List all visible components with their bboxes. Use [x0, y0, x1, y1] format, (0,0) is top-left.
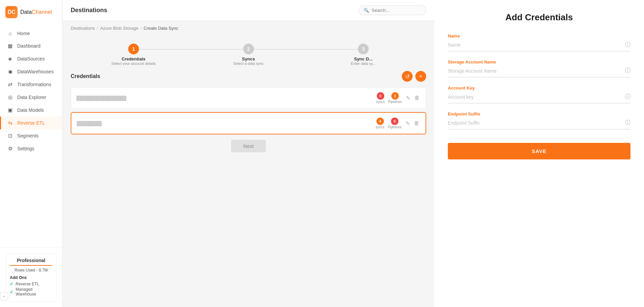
reverse-etl-icon: ⇆ — [7, 120, 13, 126]
sidebar-item-label: Data Models — [17, 107, 44, 113]
addon-item-reverse-etl: ✔ Reverse ETL — [10, 281, 52, 286]
syncs-badge-group: 0 syncs — [376, 92, 385, 104]
field-label-name: Name — [448, 33, 630, 39]
sidebar-item-label: Home — [17, 31, 30, 36]
search-box[interactable]: 🔍 — [359, 5, 426, 15]
sidebar-item-transformations[interactable]: ⇄ Transformations — [0, 78, 62, 91]
transformations-icon: ⇄ — [7, 81, 13, 87]
sidebar-bottom: Professional Rows Used - 8.7M Add Ons ✔ … — [0, 248, 62, 307]
delete-credential-button[interactable]: 🗑 — [414, 94, 420, 102]
pipelines-badge-group: 0 Pipelines — [388, 118, 401, 129]
syncs-count-badge: 4 — [376, 118, 384, 125]
credentials-area: Credentials ↺ + ████████████████ 0 syncs… — [63, 71, 434, 307]
save-button[interactable]: SAVE — [448, 143, 630, 159]
sidebar-item-label: Settings — [17, 146, 34, 151]
sidebar-item-data-explorer[interactable]: ◎ Data Explorer — [0, 91, 62, 104]
pipelines-label: Pipelines — [388, 100, 402, 104]
credential-item-selected[interactable]: ████████ 4 syncs 0 Pipelines ✎ 🗑 — [71, 112, 426, 134]
refresh-credentials-button[interactable]: ↺ — [402, 71, 413, 82]
pipelines-badge-group: 1 Pipelines — [388, 92, 402, 104]
step-label-2: Syncs — [242, 56, 255, 61]
edit-credential-button[interactable]: ✎ — [405, 120, 411, 127]
check-icon: ✔ — [10, 289, 14, 295]
add-credentials-panel: Add Credentials Name ⓘ Storage Account N… — [434, 0, 644, 307]
sidebar-item-segments[interactable]: ⊡ Segments — [0, 129, 62, 142]
next-button[interactable]: Next — [231, 140, 266, 152]
name-input[interactable] — [448, 42, 625, 48]
field-input-row-endpoint: ⓘ — [448, 119, 630, 129]
field-input-row-name: ⓘ — [448, 41, 630, 51]
data-explorer-icon: ◎ — [7, 94, 13, 100]
chevron-left-icon: « — [3, 294, 5, 298]
breadcrumb-current: Create Data Sync — [144, 26, 179, 31]
logo-text: DataChannel — [20, 9, 52, 15]
info-icon-account-key[interactable]: ⓘ — [625, 93, 630, 100]
sidebar-item-dashboard[interactable]: ▦ Dashboard — [0, 40, 62, 52]
pipelines-label: Pipelines — [388, 125, 401, 129]
page-title: Destinations — [71, 7, 107, 14]
credential-item-actions: ✎ 🗑 — [405, 120, 420, 127]
edit-credential-button[interactable]: ✎ — [405, 94, 411, 102]
field-label-storage-account: Storage Account Name — [448, 59, 630, 65]
step-circle-3: 3 — [358, 44, 369, 54]
add-credential-button[interactable]: + — [415, 71, 426, 82]
storage-account-name-input[interactable] — [448, 68, 625, 74]
datawarehouses-icon: ◉ — [7, 69, 13, 75]
syncs-label: syncs — [376, 100, 385, 104]
credential-name: ████████████████ — [76, 96, 126, 101]
credential-badges: 0 syncs 1 Pipelines ✎ 🗑 — [376, 92, 420, 104]
delete-credential-button[interactable]: 🗑 — [413, 120, 420, 127]
logo-icon: DC — [5, 6, 18, 18]
addons-title: Add Ons — [10, 275, 52, 280]
info-icon-name[interactable]: ⓘ — [625, 41, 630, 48]
sidebar-item-settings[interactable]: ⚙ Settings — [0, 142, 62, 155]
datasources-icon: ◈ — [7, 56, 13, 62]
endpoint-suffix-input[interactable] — [448, 120, 625, 126]
search-input[interactable] — [372, 8, 419, 13]
credential-badges: 4 syncs 0 Pipelines ✎ 🗑 — [376, 118, 420, 129]
form-field-storage-account: Storage Account Name ⓘ — [448, 59, 630, 77]
nav-menu: ⌂ Home ▦ Dashboard ◈ DataSources ◉ DataW… — [0, 24, 62, 248]
sidebar-item-label: Data Explorer — [17, 95, 46, 100]
pipelines-count-badge: 0 — [391, 118, 398, 125]
main-content: Destinations 🔍 Destinations / Azure Blob… — [63, 0, 434, 307]
search-icon: 🔍 — [364, 8, 369, 13]
home-icon: ⌂ — [7, 30, 13, 36]
syncs-label: syncs — [376, 125, 385, 129]
account-key-input[interactable] — [448, 94, 625, 100]
breadcrumb-separator: / — [97, 26, 98, 31]
sidebar-item-datawarehouses[interactable]: ◉ DataWarehouses — [0, 65, 62, 78]
logo[interactable]: DC DataChannel — [0, 0, 62, 24]
sidebar-item-label: DataSources — [17, 56, 45, 61]
breadcrumb-separator: / — [140, 26, 142, 31]
form-field-endpoint-suffix: Endpoint Suffix ⓘ — [448, 111, 630, 129]
sidebar-item-datasources[interactable]: ◈ DataSources — [0, 52, 62, 65]
form-field-account-key: Account Key ⓘ — [448, 85, 630, 103]
field-input-row-storage: ⓘ — [448, 67, 630, 77]
addon-item-managed-warehouse: ✔ Managed Warehouse — [10, 287, 52, 297]
addon-label: Managed Warehouse — [16, 287, 52, 297]
step-sync-details: 3 Sync D... Enter data sy... — [306, 44, 421, 66]
step-label-1: Credentials — [121, 56, 145, 61]
syncs-count-badge: 0 — [377, 92, 384, 100]
credentials-title: Credentials — [71, 73, 100, 79]
pipelines-count-badge: 1 — [391, 92, 399, 100]
breadcrumb-azure-blob[interactable]: Azure Blob Storage — [100, 26, 138, 31]
collapse-sidebar-button[interactable]: « — [0, 292, 8, 300]
info-icon-storage[interactable]: ⓘ — [625, 67, 630, 74]
sidebar-item-label: Reverse ETL — [17, 120, 45, 126]
credentials-actions: ↺ + — [402, 71, 426, 82]
credential-name: ████████ — [77, 121, 102, 126]
breadcrumb: Destinations / Azure Blob Storage / Crea… — [63, 21, 434, 35]
breadcrumb-destinations[interactable]: Destinations — [71, 26, 95, 31]
step-sublabel-2: Select a data sync — [233, 61, 264, 66]
credential-item[interactable]: ████████████████ 0 syncs 1 Pipelines ✎ 🗑 — [71, 87, 426, 109]
panel-title: Add Credentials — [448, 12, 630, 23]
sidebar-item-reverse-etl[interactable]: ⇆ Reverse ETL — [0, 117, 62, 129]
sidebar-item-data-models[interactable]: ▣ Data Models — [0, 104, 62, 117]
info-icon-endpoint[interactable]: ⓘ — [625, 119, 630, 126]
addon-label: Reverse ETL — [16, 282, 39, 286]
sidebar-item-home[interactable]: ⌂ Home — [0, 27, 62, 40]
step-credentials: 1 Credentials Select your account detail… — [76, 44, 191, 66]
syncs-badge-group: 4 syncs — [376, 118, 385, 129]
